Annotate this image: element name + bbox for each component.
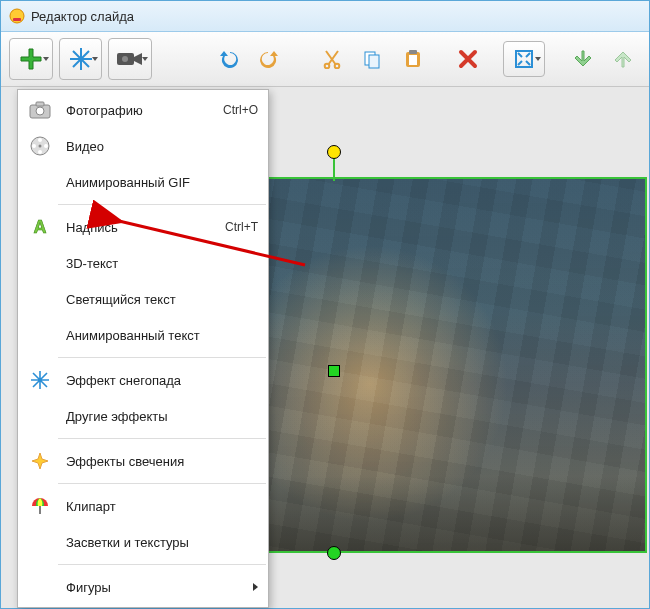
menu-separator	[58, 357, 266, 358]
svg-point-4	[325, 64, 330, 69]
menu-separator	[58, 483, 266, 484]
menu-item-label: Эффекты свечения	[66, 454, 258, 469]
menu-item-label: Видео	[66, 139, 258, 154]
menu-item-label: Фигуры	[66, 580, 245, 595]
blank-icon	[22, 524, 58, 560]
menu-item-label: Анимированный текст	[66, 328, 258, 343]
redo-button[interactable]	[252, 41, 286, 77]
menu-item-label: Светящийся текст	[66, 292, 258, 307]
svg-rect-10	[409, 50, 417, 54]
svg-point-3	[122, 56, 128, 62]
cut-button[interactable]	[315, 41, 349, 77]
menu-item-photo[interactable]: Фотографию Ctrl+O	[18, 92, 268, 128]
menu-item-label: Анимированный GIF	[66, 175, 258, 190]
center-handle[interactable]	[328, 365, 340, 377]
menu-item-glowtext[interactable]: Светящийся текст	[18, 281, 268, 317]
svg-point-17	[38, 150, 42, 154]
blank-icon	[22, 317, 58, 353]
menu-item-snow[interactable]: Эффект снегопада	[18, 362, 268, 398]
blank-icon	[22, 398, 58, 434]
blank-icon	[22, 569, 58, 605]
menu-item-label: 3D-текст	[66, 256, 258, 271]
blank-icon	[22, 281, 58, 317]
snowflake-icon	[22, 362, 58, 398]
fullscreen-button[interactable]	[503, 41, 545, 77]
svg-text:A: A	[34, 217, 47, 237]
camera-button[interactable]	[108, 38, 152, 80]
dropdown-caret-icon	[142, 57, 148, 61]
svg-point-18	[32, 144, 36, 148]
menu-item-label: Засветки и текстуры	[66, 535, 258, 550]
menu-item-shortcut: Ctrl+T	[225, 220, 258, 234]
menu-item-label: Клипарт	[66, 499, 258, 514]
sparkle-icon	[22, 443, 58, 479]
menu-item-animtext[interactable]: Анимированный текст	[18, 317, 268, 353]
dropdown-caret-icon	[92, 57, 98, 61]
menu-item-label: Эффект снегопада	[66, 373, 258, 388]
svg-point-5	[335, 64, 340, 69]
menu-item-label: Надпись	[66, 220, 209, 235]
move-up-button[interactable]	[607, 41, 641, 77]
bottom-handle[interactable]	[327, 546, 341, 560]
toolbar	[1, 32, 649, 87]
app-icon	[9, 8, 25, 24]
menu-item-othereffects[interactable]: Другие эффекты	[18, 398, 268, 434]
svg-rect-1	[13, 18, 21, 21]
menu-item-video[interactable]: Видео	[18, 128, 268, 164]
svg-point-16	[38, 138, 42, 142]
svg-point-20	[39, 145, 42, 148]
umbrella-icon	[22, 488, 58, 524]
effects-button[interactable]	[59, 38, 103, 80]
svg-rect-13	[36, 102, 44, 106]
menu-item-clipart[interactable]: Клипарт	[18, 488, 268, 524]
paste-button[interactable]	[396, 41, 430, 77]
menu-separator	[58, 438, 266, 439]
slide-editor-window: Редактор слайда	[0, 0, 650, 609]
dropdown-caret-icon	[43, 57, 49, 61]
blank-icon	[22, 245, 58, 281]
submenu-arrow-icon	[253, 583, 258, 591]
dropdown-caret-icon	[535, 57, 541, 61]
delete-button[interactable]	[451, 41, 485, 77]
rotate-stem	[333, 157, 335, 181]
menu-separator	[58, 564, 266, 565]
add-menu: Фотографию Ctrl+O Видео Анимированный GI…	[17, 89, 269, 608]
blank-icon	[22, 164, 58, 200]
rotate-handle[interactable]	[327, 145, 341, 159]
menu-item-shortcut: Ctrl+O	[223, 103, 258, 117]
menu-item-shapes[interactable]: Фигуры	[18, 569, 268, 605]
copy-button[interactable]	[355, 41, 389, 77]
menu-item-glow[interactable]: Эффекты свечения	[18, 443, 268, 479]
undo-button[interactable]	[212, 41, 246, 77]
menu-item-3dtext[interactable]: 3D-текст	[18, 245, 268, 281]
move-down-button[interactable]	[567, 41, 601, 77]
window-title: Редактор слайда	[31, 9, 134, 24]
menu-item-textures[interactable]: Засветки и текстуры	[18, 524, 268, 560]
menu-separator	[58, 204, 266, 205]
menu-item-label: Фотографию	[66, 103, 207, 118]
film-reel-icon	[22, 128, 58, 164]
camera-photo-icon	[22, 92, 58, 128]
menu-item-label: Другие эффекты	[66, 409, 258, 424]
menu-item-gif[interactable]: Анимированный GIF	[18, 164, 268, 200]
svg-rect-9	[409, 55, 417, 65]
svg-point-14	[36, 107, 44, 115]
titlebar: Редактор слайда	[1, 1, 649, 32]
text-a-icon: A	[22, 209, 58, 245]
svg-point-19	[44, 144, 48, 148]
menu-item-text[interactable]: A Надпись Ctrl+T	[18, 209, 268, 245]
add-button[interactable]	[9, 38, 53, 80]
svg-rect-7	[369, 55, 379, 68]
